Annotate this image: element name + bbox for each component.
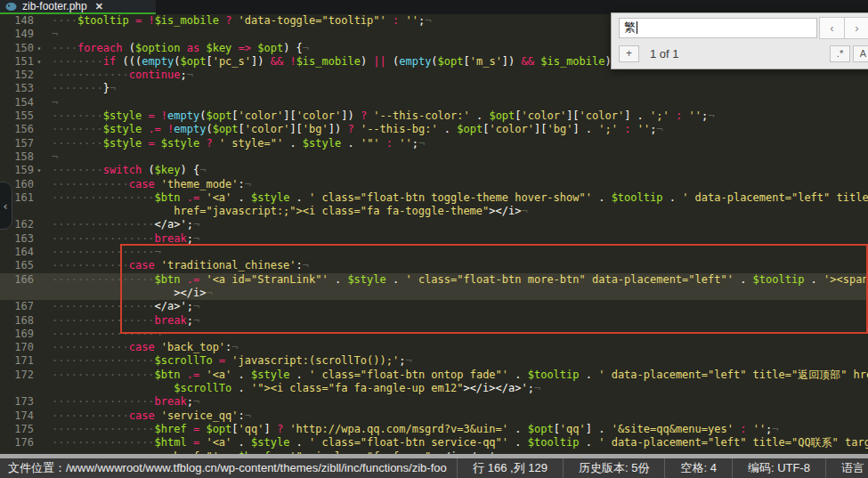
code-line-content[interactable]: ········$style = $style ? ' style="' . $… — [45, 137, 425, 150]
line-number[interactable]: 170 — [0, 341, 34, 354]
code-row[interactable]: 158¬ — [0, 150, 868, 164]
code-row[interactable]: 169················¬ — [0, 328, 868, 341]
code-row[interactable]: 168················break;¬ — [0, 314, 868, 328]
code-row[interactable]: 170············case 'back_top':¬ — [0, 341, 868, 354]
line-number[interactable]: 175 — [0, 423, 34, 436]
line-number[interactable]: 164 — [0, 246, 34, 259]
code-line-content[interactable]: ¬ — [45, 28, 58, 41]
add-search-button[interactable]: + — [619, 45, 639, 62]
line-number[interactable]: 171 — [0, 354, 34, 368]
line-number[interactable]: 159 — [0, 164, 34, 177]
code-line-content[interactable]: ········$style = !empty($opt['color']['c… — [45, 109, 714, 123]
code-line-content[interactable]: $scrollTo . '"><i class="fa fa-angle-up … — [45, 382, 540, 395]
code-row[interactable]: 167················</a>';¬ — [0, 300, 868, 313]
line-number[interactable]: 157 — [0, 137, 34, 150]
code-row[interactable]: 171················$scrollTo = 'javascri… — [0, 354, 868, 368]
code-line-content[interactable]: ····$tooltip = !$is_mobile ? 'data-toggl… — [45, 14, 431, 28]
line-number[interactable]: 163 — [0, 232, 34, 246]
code-row[interactable]: 156········$style .= !empty($opt['color'… — [0, 123, 868, 136]
line-number[interactable]: 169 — [0, 328, 34, 341]
line-number[interactable]: 149 — [0, 28, 34, 41]
code-line-content[interactable]: ················$href = $opt['qq'] ? 'ht… — [45, 423, 779, 436]
line-number[interactable]: 176 — [0, 436, 34, 450]
line-number[interactable]: 174 — [0, 409, 34, 423]
code-line-content[interactable]: ················¬ — [45, 246, 161, 259]
code-row[interactable]: 162················</a>';¬ — [0, 218, 868, 231]
code-line-content[interactable]: ················$html = '<a' . $style . … — [45, 436, 868, 450]
code-row[interactable]: 152············continue;¬ — [0, 69, 868, 82]
case-toggle-button[interactable]: A — [853, 45, 868, 62]
fold-arrow-icon[interactable]: ▾ — [34, 42, 45, 55]
line-number[interactable]: 156 — [0, 123, 34, 136]
line-number[interactable]: 173 — [0, 395, 34, 409]
line-number[interactable]: 165 — [0, 259, 34, 272]
code-row[interactable]: 164················¬ — [0, 246, 868, 259]
code-line-content[interactable]: ········switch ($key) {¬ — [45, 164, 206, 177]
code-row[interactable]: 175················$href = $opt['qq'] ? … — [0, 423, 868, 436]
spaces-setting[interactable]: 空格: 4 — [664, 458, 731, 478]
line-number[interactable] — [0, 382, 34, 395]
close-icon[interactable]: ✕ — [95, 1, 103, 12]
code-line-content[interactable]: ············case 'traditional_chinese':¬ — [45, 259, 309, 272]
language-setting[interactable]: 语言 — [825, 458, 868, 478]
code-row[interactable]: 160············case 'theme_mode':¬ — [0, 178, 868, 191]
find-next-button[interactable]: › — [845, 17, 868, 39]
line-number[interactable]: 167 — [0, 300, 34, 313]
editor-tab[interactable]: zib-footer.php ✕ — [0, 0, 156, 14]
line-number[interactable] — [0, 287, 34, 300]
code-row[interactable]: 174············case 'service_qq':¬ — [0, 409, 868, 423]
find-previous-button[interactable]: ‹ — [819, 17, 845, 39]
code-editor[interactable]: 148····$tooltip = !$is_mobile ? 'data-to… — [0, 14, 868, 454]
regex-toggle-button[interactable]: .* — [830, 45, 850, 62]
line-number[interactable]: 152 — [0, 69, 34, 82]
code-row-wrap[interactable]: $scrollTo . '"><i class="fa fa-angle-up … — [0, 382, 868, 395]
code-row-wrap[interactable]: ></i>¬ — [0, 287, 868, 300]
code-line-content[interactable]: ¬ — [45, 150, 58, 164]
collapse-panel-button[interactable]: ‹ — [0, 182, 12, 230]
code-line-content[interactable]: ················break;¬ — [45, 232, 199, 246]
code-row[interactable]: 163················break;¬ — [0, 232, 868, 246]
code-line-content[interactable]: ············case 'back_top':¬ — [45, 341, 239, 354]
code-row[interactable]: 155········$style = !empty($opt['color']… — [0, 109, 868, 123]
code-row[interactable]: 157········$style = $style ? ' style="' … — [0, 137, 868, 150]
line-number[interactable]: 172 — [0, 369, 34, 382]
code-line-content[interactable]: ········}¬ — [45, 82, 116, 95]
code-row[interactable]: 176················$html = '<a' . $style… — [0, 436, 868, 450]
code-row[interactable]: 166················$btn .= '<a id="Stran… — [0, 273, 868, 287]
code-line-content[interactable]: href="javascript:;"><i class="fa fa-togg… — [45, 205, 528, 218]
cursor-position[interactable]: 行 166 ,列 129 — [457, 458, 563, 478]
line-number[interactable]: 158 — [0, 150, 34, 164]
encoding-setting[interactable]: 编码: UTF-8 — [732, 458, 825, 478]
code-line-content[interactable]: ></i>¬ — [45, 287, 213, 300]
code-line-content[interactable]: ················</a>';¬ — [45, 218, 199, 231]
code-row[interactable]: 172················$btn .= '<a' . $style… — [0, 369, 868, 382]
code-line-content[interactable]: ················$btn .= '<a' . $style . … — [45, 191, 868, 205]
code-row[interactable]: 165············case 'traditional_chinese… — [0, 259, 868, 272]
search-input[interactable]: 繁 — [619, 18, 817, 38]
code-line-content[interactable]: ················$btn .= '<a id="StranLin… — [45, 273, 868, 287]
line-number[interactable]: 151 — [0, 55, 34, 69]
line-number[interactable]: 150 — [0, 42, 34, 55]
code-line-content[interactable]: ············case 'service_qq':¬ — [45, 409, 251, 423]
code-row[interactable]: 153········}¬ — [0, 82, 868, 95]
fold-arrow-icon[interactable]: ▾ — [34, 164, 45, 177]
code-line-content[interactable]: ················break;¬ — [45, 395, 199, 409]
history-versions[interactable]: 历史版本: 5份 — [563, 458, 664, 478]
code-line-content[interactable]: ····foreach ($option as $key => $opt) {¬ — [45, 42, 309, 55]
code-row[interactable]: 161················$btn .= '<a' . $style… — [0, 191, 868, 205]
code-line-content[interactable]: ············case 'theme_mode':¬ — [45, 178, 251, 191]
code-line-content[interactable]: ················break;¬ — [45, 314, 199, 328]
line-number[interactable]: 155 — [0, 109, 34, 123]
code-row[interactable]: 173················break;¬ — [0, 395, 868, 409]
code-line-content[interactable]: ················¬ — [45, 328, 161, 341]
code-row[interactable]: 159▾········switch ($key) {¬ — [0, 164, 868, 177]
line-number[interactable]: 148 — [0, 14, 34, 28]
code-line-content[interactable]: ············continue;¬ — [45, 69, 193, 82]
code-line-content[interactable]: ················</a>';¬ — [45, 300, 199, 313]
code-row[interactable]: 154¬ — [0, 96, 868, 109]
code-line-content[interactable]: ················$btn .= '<a' . $style . … — [45, 369, 868, 382]
line-number[interactable]: 154 — [0, 96, 34, 109]
code-row-wrap[interactable]: href="javascript:;"><i class="fa fa-togg… — [0, 205, 868, 218]
code-line-content[interactable]: ········$style .= !empty($opt['color']['… — [45, 123, 663, 136]
line-number[interactable]: 153 — [0, 82, 34, 95]
